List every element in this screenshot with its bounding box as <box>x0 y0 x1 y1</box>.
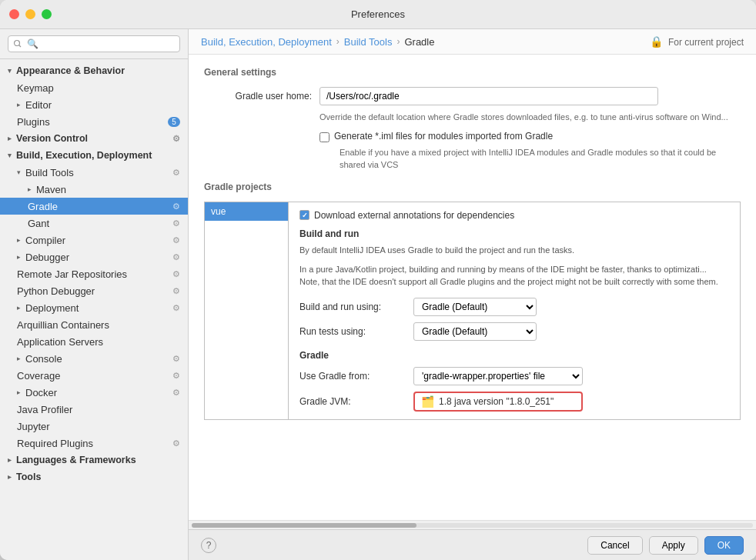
close-button[interactable] <box>9 9 19 19</box>
sidebar-item-java-profiler[interactable]: Java Profiler <box>0 401 188 418</box>
sidebar-item-coverage[interactable]: Coverage ⚙ <box>0 367 188 384</box>
download-annotations-checkbox[interactable] <box>299 210 309 220</box>
sidebar-item-compiler[interactable]: ▸ Compiler ⚙ <box>0 232 188 248</box>
chevron-right-icon: ▸ <box>17 304 21 312</box>
sidebar-item-gant[interactable]: Gant ⚙ <box>0 215 188 232</box>
settings-icon: ⚙ <box>172 286 180 296</box>
gradle-jvm-field[interactable]: 🗂️ 1.8 java version "1.8.0_251" <box>413 392 583 412</box>
sidebar-item-gradle[interactable]: Gradle ⚙ <box>0 198 188 215</box>
sidebar-item-python-debugger[interactable]: Python Debugger ⚙ <box>0 282 188 299</box>
settings-icon: ⚙ <box>172 388 180 398</box>
window-controls <box>9 9 52 19</box>
generate-iml-row: Generate *.iml files for modules importe… <box>319 131 741 142</box>
use-gradle-from-select[interactable]: 'gradle-wrapper.properties' file <box>413 367 583 385</box>
use-gradle-from-label: Use Gradle from: <box>299 371 407 382</box>
chevron-down-icon: ▾ <box>8 152 12 159</box>
sidebar-item-required-plugins[interactable]: Required Plugins ⚙ <box>0 435 188 452</box>
gradle-jvm-row: Gradle JVM: 🗂️ 1.8 java version "1.8.0_2… <box>299 392 729 412</box>
build-run-using-row: Build and run using: Gradle (Default) <box>299 298 729 316</box>
chevron-down-icon: ▾ <box>8 67 12 75</box>
build-run-text: By default IntelliJ IDEA uses Gradle to … <box>299 244 729 257</box>
sidebar-item-appearance[interactable]: ▾ Appearance & Behavior <box>0 62 188 79</box>
chevron-right-icon: ▸ <box>8 456 12 464</box>
breadcrumb-gradle: Gradle <box>404 36 434 48</box>
sidebar-item-build-tools[interactable]: ▾ Build Tools ⚙ <box>0 164 188 181</box>
build-run-title: Build and run <box>299 228 729 239</box>
sidebar-item-plugins[interactable]: Plugins 5 <box>0 113 188 130</box>
sidebar-item-debugger[interactable]: ▸ Debugger ⚙ <box>0 248 188 265</box>
download-annotations-label: Download external annotations for depend… <box>314 210 514 221</box>
generate-iml-hint: Enable if you have a mixed project with … <box>340 147 741 171</box>
sidebar-item-deployment[interactable]: ▸ Deployment ⚙ <box>0 299 188 316</box>
run-tests-using-label: Run tests using: <box>299 326 407 337</box>
sidebar: ▾ Appearance & Behavior Keymap ▸ Editor … <box>0 29 189 560</box>
apply-button[interactable]: Apply <box>649 536 698 555</box>
settings-icon: ⚙ <box>172 269 180 279</box>
breadcrumb: Build, Execution, Deployment › Build Too… <box>189 29 756 55</box>
titlebar: Preferences <box>0 0 756 29</box>
settings-icon: ⚙ <box>172 235 180 245</box>
cancel-button[interactable]: Cancel <box>587 536 642 555</box>
build-run-warn: In a pure Java/Kotlin project, building … <box>299 263 729 288</box>
download-annotations-row: Download external annotations for depend… <box>299 210 729 221</box>
chevron-right-icon: ▸ <box>8 473 12 481</box>
breadcrumb-sep-2: › <box>396 36 400 47</box>
sidebar-item-tools[interactable]: ▸ Tools <box>0 468 188 485</box>
sidebar-item-console[interactable]: ▸ Console ⚙ <box>0 350 188 367</box>
nav-tree: ▾ Appearance & Behavior Keymap ▸ Editor … <box>0 59 188 560</box>
gradle-section-title: Gradle <box>299 350 729 361</box>
breadcrumb-build-tools[interactable]: Build Tools <box>344 36 393 48</box>
scrollbar-thumb[interactable] <box>192 523 416 528</box>
sidebar-item-build-execution[interactable]: ▾ Build, Execution, Deployment <box>0 147 188 164</box>
project-list: vue <box>204 202 289 420</box>
gradle-home-hint: Override the default location where Grad… <box>319 112 741 123</box>
maximize-button[interactable] <box>42 9 52 19</box>
sidebar-item-maven[interactable]: ▸ Maven <box>0 181 188 198</box>
project-panel: Download external annotations for depend… <box>289 202 741 420</box>
breadcrumb-sep-1: › <box>336 36 340 47</box>
use-gradle-from-row: Use Gradle from: 'gradle-wrapper.propert… <box>299 367 729 385</box>
sidebar-item-version-control[interactable]: ▸ Version Control ⚙ <box>0 130 188 147</box>
settings-icon: ⚙ <box>172 218 180 228</box>
scrollbar <box>189 520 756 529</box>
ok-button[interactable]: OK <box>704 536 744 555</box>
general-settings-title: General settings <box>204 67 741 78</box>
breadcrumb-build-execution[interactable]: Build, Execution, Deployment <box>201 36 332 48</box>
gradle-jvm-value: 1.8 java version "1.8.0_251" <box>439 396 554 407</box>
search-input[interactable] <box>8 35 180 52</box>
chevron-right-icon: ▸ <box>8 135 12 142</box>
settings-icon: ⚙ <box>172 303 180 313</box>
chevron-right-icon: ▸ <box>28 185 32 193</box>
chevron-right-icon: ▸ <box>17 355 21 362</box>
sidebar-item-app-servers[interactable]: Application Servers <box>0 333 188 350</box>
sidebar-item-arquillian[interactable]: Arquillian Containers <box>0 316 188 333</box>
chevron-right-icon: ▸ <box>17 236 21 244</box>
sidebar-item-remote-jar[interactable]: Remote Jar Repositories ⚙ <box>0 265 188 282</box>
run-tests-using-select[interactable]: Gradle (Default) <box>413 322 537 341</box>
search-box <box>0 29 188 59</box>
settings-icon: ⚙ <box>172 134 180 144</box>
sidebar-item-editor[interactable]: ▸ Editor <box>0 96 188 113</box>
build-run-using-select[interactable]: Gradle (Default) <box>413 298 537 316</box>
settings-icon: ⚙ <box>172 202 180 212</box>
scrollbar-track <box>192 523 753 528</box>
sidebar-item-jupyter[interactable]: Jupyter <box>0 418 188 435</box>
sidebar-item-keymap[interactable]: Keymap <box>0 79 188 96</box>
project-item-vue[interactable]: vue <box>205 202 288 221</box>
settings-icon: ⚙ <box>172 354 180 364</box>
minimize-button[interactable] <box>25 9 35 19</box>
projects-section: vue Download external annotations for de… <box>204 202 741 420</box>
sidebar-item-languages[interactable]: ▸ Languages & Frameworks <box>0 452 188 468</box>
main-panel: Build, Execution, Deployment › Build Too… <box>189 29 756 560</box>
gradle-user-home-input[interactable] <box>319 87 658 105</box>
settings-icon: ⚙ <box>172 371 180 381</box>
sidebar-item-docker[interactable]: ▸ Docker ⚙ <box>0 384 188 401</box>
settings-icon: ⚙ <box>172 252 180 262</box>
preferences-window: Preferences ▾ Appearance & Behavior Keym… <box>0 0 756 560</box>
gradle-projects-title: Gradle projects <box>204 182 741 192</box>
generate-iml-checkbox[interactable] <box>319 132 329 142</box>
gradle-user-home-label: Gradle user home: <box>204 91 312 102</box>
run-tests-using-row: Run tests using: Gradle (Default) <box>299 322 729 341</box>
settings-icon: ⚙ <box>172 168 180 178</box>
help-button[interactable]: ? <box>201 538 216 553</box>
